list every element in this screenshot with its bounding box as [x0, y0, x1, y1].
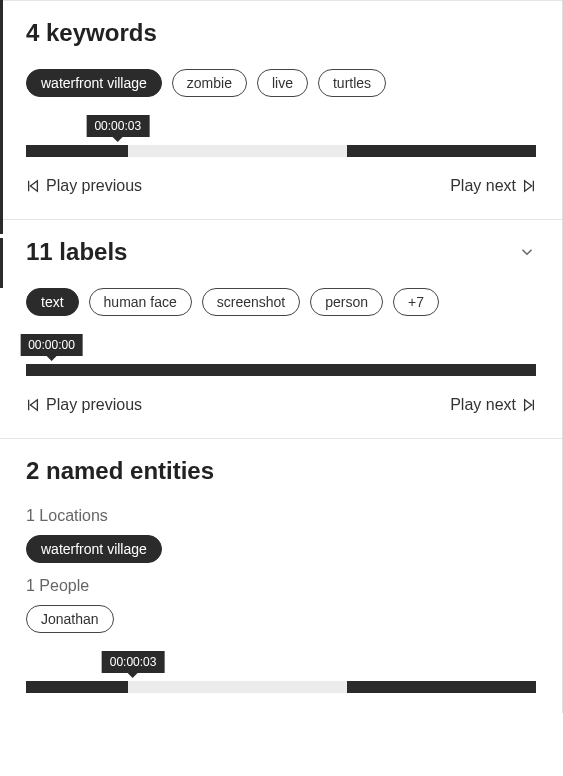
play-next-label: Play next [450, 177, 516, 195]
chip[interactable]: turtles [318, 69, 386, 97]
people-heading: 1 People [26, 577, 536, 595]
play-previous-button[interactable]: Play previous [26, 173, 142, 199]
chip[interactable]: text [26, 288, 79, 316]
entities-title: 2 named entities [26, 457, 214, 485]
entities-timeline[interactable]: 00:00:03 [26, 651, 536, 693]
timeline-tooltip: 00:00:03 [102, 651, 165, 673]
play-next-button[interactable]: Play next [450, 173, 536, 199]
timeline-tooltip: 00:00:00 [20, 334, 83, 356]
play-previous-button[interactable]: Play previous [26, 392, 142, 418]
entities-section: 2 named entities 1 Locations waterfront … [0, 438, 562, 713]
chip[interactable]: screenshot [202, 288, 300, 316]
timeline-segment [26, 364, 536, 376]
keywords-chips: waterfront villagezombieliveturtles [26, 69, 536, 97]
skip-previous-icon [26, 398, 40, 412]
timeline-segment [347, 145, 536, 157]
labels-header: 11 labels [26, 238, 536, 266]
play-next-button[interactable]: Play next [450, 392, 536, 418]
people-chips: Jonathan [26, 605, 536, 633]
chevron-down-icon[interactable] [518, 243, 536, 261]
timeline-segment [26, 145, 128, 157]
labels-chips: texthuman facescreenshotperson+7 [26, 288, 536, 316]
skip-next-icon [522, 398, 536, 412]
chip[interactable]: +7 [393, 288, 439, 316]
chip[interactable]: human face [89, 288, 192, 316]
keywords-title: 4 keywords [26, 19, 157, 47]
chip[interactable]: waterfront village [26, 69, 162, 97]
timeline-track[interactable] [26, 364, 536, 376]
keywords-controls: Play previous Play next [26, 173, 536, 199]
timeline-segment [26, 681, 128, 693]
keywords-section: 4 keywords waterfront villagezombielivet… [0, 0, 562, 219]
locations-heading: 1 Locations [26, 507, 536, 525]
keywords-timeline[interactable]: 00:00:03 [26, 115, 536, 157]
keywords-header: 4 keywords [26, 19, 536, 47]
skip-previous-icon [26, 179, 40, 193]
labels-section: 11 labels texthuman facescreenshotperson… [0, 219, 562, 438]
locations-chips: waterfront village [26, 535, 536, 563]
timeline-tooltip: 00:00:03 [86, 115, 149, 137]
chip[interactable]: Jonathan [26, 605, 114, 633]
timeline-track[interactable] [26, 145, 536, 157]
labels-timeline[interactable]: 00:00:00 [26, 334, 536, 376]
labels-title: 11 labels [26, 238, 127, 266]
chip[interactable]: zombie [172, 69, 247, 97]
chip[interactable]: waterfront village [26, 535, 162, 563]
skip-next-icon [522, 179, 536, 193]
entities-header: 2 named entities [26, 457, 536, 485]
chip[interactable]: person [310, 288, 383, 316]
play-previous-label: Play previous [46, 177, 142, 195]
timeline-segment [347, 681, 536, 693]
play-next-label: Play next [450, 396, 516, 414]
labels-controls: Play previous Play next [26, 392, 536, 418]
play-previous-label: Play previous [46, 396, 142, 414]
chip[interactable]: live [257, 69, 308, 97]
timeline-track[interactable] [26, 681, 536, 693]
